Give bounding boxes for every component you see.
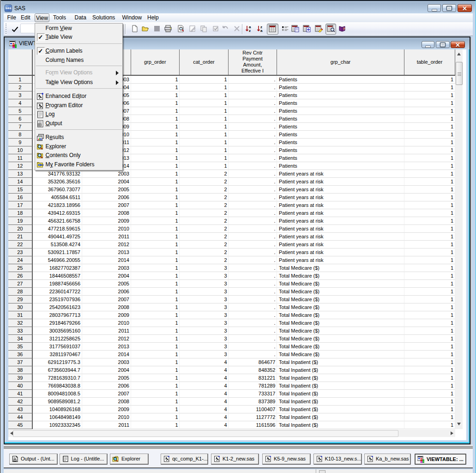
svg-text:z: z [249,29,251,32]
svg-text:a: a [260,29,263,32]
svg-text:?: ? [343,27,345,31]
